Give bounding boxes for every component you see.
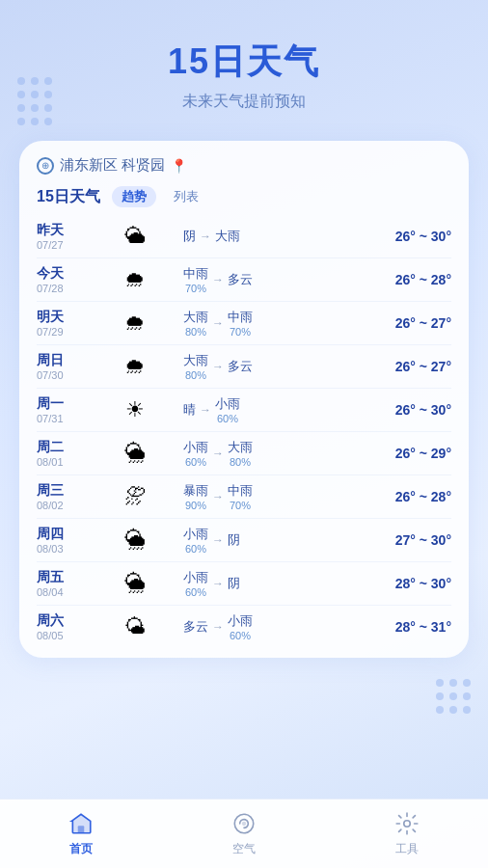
desc-arrow: → xyxy=(200,403,211,417)
desc-arrow: → xyxy=(212,620,224,634)
desc-arrow: → xyxy=(212,316,224,330)
rain-pct-1: 80% xyxy=(185,326,206,338)
weather-icon-1: 🌦 xyxy=(124,529,146,551)
desc-block-1: 晴 xyxy=(183,401,196,419)
rain-pct-1: 60% xyxy=(185,543,206,555)
location-add-icon[interactable]: ⊕ xyxy=(37,157,54,175)
day-info: 周四 08/03 xyxy=(37,526,87,555)
weather-icon-1: 🌤 xyxy=(124,616,146,637)
desc-block-2: 中雨 70% xyxy=(228,482,253,511)
day-name: 今天 xyxy=(37,265,87,283)
weather-desc: 小雨 60% → 大雨 80% xyxy=(183,439,374,468)
weather-desc: 大雨 80% → 多云 xyxy=(183,352,374,381)
air-icon xyxy=(230,810,258,837)
weather-row: 周三 08/02 ⛈ 暴雨 90% → 中雨 70% 26° ~ 28° xyxy=(37,475,451,519)
desc-text-1: 暴雨 xyxy=(183,482,208,500)
weather-row: 周日 07/30 🌧 大雨 80% → 多云 26° ~ 27° xyxy=(37,345,451,389)
temp-range: 26° ~ 30° xyxy=(374,402,451,418)
desc-text-1: 小雨 xyxy=(183,569,208,586)
day-info: 周六 08/05 xyxy=(37,612,87,641)
desc-arrow: → xyxy=(212,533,224,547)
desc-text-1: 阴 xyxy=(183,228,196,245)
temp-range: 26° ~ 28° xyxy=(374,489,451,504)
weather-icons: ⛈ xyxy=(87,486,183,507)
location-bar: ⊕ 浦东新区 科贤园 📍 xyxy=(37,156,451,175)
day-name: 昨天 xyxy=(37,222,87,239)
desc-block-1: 中雨 70% xyxy=(183,265,208,294)
weather-desc: 多云 → 小雨 60% xyxy=(183,612,374,641)
day-name: 周二 xyxy=(37,439,87,456)
weather-icon-1: 🌧 xyxy=(124,269,146,290)
desc-arrow: → xyxy=(212,577,224,590)
rain-pct-2: 70% xyxy=(230,500,251,511)
day-date: 07/30 xyxy=(37,369,87,381)
decorative-dots-right xyxy=(436,679,471,714)
location-pin-icon: 📍 xyxy=(171,158,187,174)
desc-block-2: 阴 xyxy=(228,575,240,592)
desc-block-1: 小雨 60% xyxy=(183,569,208,598)
day-date: 07/31 xyxy=(37,413,87,424)
weather-icon-1: ⛈ xyxy=(124,486,146,507)
weather-icons: 🌧 xyxy=(87,269,183,290)
day-date: 07/29 xyxy=(37,326,87,338)
rain-pct-2: 60% xyxy=(217,413,238,424)
nav-air[interactable]: 空气 xyxy=(230,810,258,857)
weather-row: 周一 07/31 ☀ 晴 → 小雨 60% 26° ~ 30° xyxy=(37,389,451,432)
tools-icon xyxy=(393,810,420,837)
nav-tools-label: 工具 xyxy=(395,841,419,857)
day-name: 周五 xyxy=(37,569,87,586)
bottom-nav: 首页 空气 工具 xyxy=(0,799,488,868)
page-header: 15日天气 未来天气提前预知 xyxy=(0,0,488,131)
temp-range: 28° ~ 30° xyxy=(374,576,451,591)
nav-tools[interactable]: 工具 xyxy=(393,810,420,857)
desc-arrow: → xyxy=(200,230,211,243)
weather-icons: 🌧 xyxy=(87,356,183,377)
desc-block-2: 小雨 60% xyxy=(215,395,240,424)
desc-text-1: 晴 xyxy=(183,401,196,419)
desc-text-1: 中雨 xyxy=(183,265,208,283)
nav-home[interactable]: 首页 xyxy=(68,810,95,857)
tab-list[interactable]: 列表 xyxy=(164,186,208,207)
rain-pct-1: 60% xyxy=(185,456,206,468)
desc-text-2: 大雨 xyxy=(215,228,240,245)
desc-block-2: 大雨 80% xyxy=(228,439,253,468)
desc-block-1: 阴 xyxy=(183,228,196,245)
desc-text-1: 大雨 xyxy=(183,309,208,326)
desc-text-2: 小雨 xyxy=(215,395,240,413)
weather-icon-1: 🌥 xyxy=(124,226,146,247)
temp-range: 28° ~ 31° xyxy=(374,619,451,635)
desc-text-2: 小雨 xyxy=(228,612,253,630)
desc-arrow: → xyxy=(212,447,224,460)
rain-pct-2: 70% xyxy=(230,326,251,338)
rain-pct-1: 80% xyxy=(185,369,206,381)
desc-arrow: → xyxy=(212,273,224,286)
temp-range: 26° ~ 27° xyxy=(374,359,451,374)
temp-range: 26° ~ 29° xyxy=(374,446,451,461)
weather-desc: 小雨 60% → 阴 xyxy=(183,526,374,555)
day-name: 明天 xyxy=(37,309,87,326)
day-date: 08/05 xyxy=(37,630,87,641)
weather-list: 昨天 07/27 🌥 阴 → 大雨 26° ~ 30° 今天 07/28 🌧 xyxy=(37,215,451,648)
desc-text-2: 中雨 xyxy=(228,309,253,326)
weather-row: 今天 07/28 🌧 中雨 70% → 多云 26° ~ 28° xyxy=(37,258,451,302)
desc-text-1: 多云 xyxy=(183,618,208,636)
desc-block-2: 阴 xyxy=(228,531,240,549)
weather-icons: 🌦 xyxy=(87,573,183,594)
svg-point-2 xyxy=(242,822,246,826)
weather-desc: 中雨 70% → 多云 xyxy=(183,265,374,294)
weather-icon-1: 🌦 xyxy=(124,573,146,594)
desc-text-1: 小雨 xyxy=(183,526,208,543)
day-name: 周日 xyxy=(37,352,87,369)
tab-trend[interactable]: 趋势 xyxy=(112,186,156,207)
day-date: 08/04 xyxy=(37,586,87,598)
day-name: 周四 xyxy=(37,526,87,543)
desc-text-2: 阴 xyxy=(228,531,240,549)
weather-row: 周五 08/04 🌦 小雨 60% → 阴 28° ~ 30° xyxy=(37,562,451,606)
page-subtitle: 未来天气提前预知 xyxy=(19,92,469,112)
day-date: 08/02 xyxy=(37,500,87,511)
rain-pct-1: 70% xyxy=(185,283,206,294)
weather-icons: 🌥 xyxy=(87,226,183,247)
weather-icon-1: 🌦 xyxy=(124,443,146,464)
svg-point-3 xyxy=(403,821,410,827)
weather-row: 昨天 07/27 🌥 阴 → 大雨 26° ~ 30° xyxy=(37,215,451,258)
